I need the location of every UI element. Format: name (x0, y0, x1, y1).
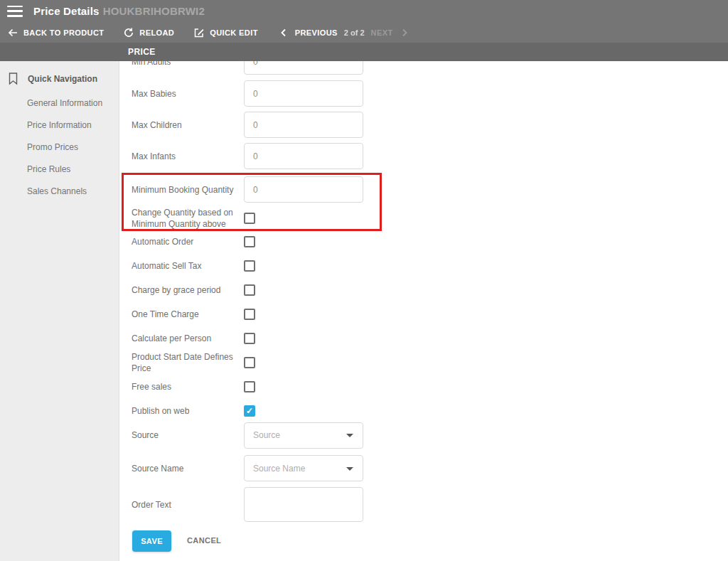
reload-icon (123, 27, 134, 38)
arrow-left-icon (7, 27, 18, 38)
publish-on-web-label: Publish on web (132, 405, 238, 417)
back-to-product-label: BACK TO PRODUCT (23, 28, 104, 37)
field-row-change-quantity: Change Quantity based onMinimum Quantity… (119, 205, 518, 232)
app-window: Price DetailsHOUKBRIHOBRWI2 BACK TO PROD… (0, 0, 728, 561)
automatic-sell-tax-checkbox[interactable] (244, 260, 255, 272)
previous-button[interactable]: PREVIOUS (295, 28, 338, 37)
automatic-order-checkbox[interactable] (244, 236, 255, 247)
caret-down-icon (346, 467, 353, 471)
max-infants-input[interactable] (244, 143, 363, 169)
field-row-automatic-order: Automatic Order (119, 235, 518, 247)
publish-on-web-checkbox[interactable] (244, 405, 255, 417)
field-row-calculate-per-person: Calculate per Person (119, 332, 518, 344)
field-row-free-sales: Free sales (119, 380, 518, 392)
field-row-product-start-date-defines-price: Product Start Date Defines Price (119, 356, 518, 368)
field-row-source-name: Source Name Source Name (119, 455, 518, 481)
next-button: NEXT (371, 28, 393, 37)
quick-navigation-title: Quick Navigation (28, 74, 97, 84)
field-row-publish-on-web: Publish on web (119, 405, 518, 417)
minimum-booking-quantity-input[interactable] (244, 176, 363, 203)
calculate-per-person-checkbox[interactable] (244, 333, 255, 344)
source-dropdown[interactable]: Source (244, 422, 363, 449)
chevron-left-icon[interactable] (279, 28, 289, 38)
field-row-max-infants: Max Infants (119, 143, 518, 169)
sidebar-item-promo-prices[interactable]: Promo Prices (0, 136, 119, 158)
automatic-sell-tax-label: Automatic Sell Tax (132, 260, 238, 272)
cancel-button[interactable]: CANCEL (187, 536, 221, 545)
field-row-order-text: Order Text (119, 487, 518, 522)
toolbar: BACK TO PRODUCT RELOAD QUICK EDIT PREVIO… (0, 22, 728, 43)
free-sales-checkbox[interactable] (244, 381, 255, 392)
tab-price[interactable]: PRICE (128, 47, 156, 57)
field-row-source: Source Source (119, 422, 518, 449)
order-text-label: Order Text (132, 499, 238, 511)
max-infants-label: Max Infants (132, 151, 238, 162)
titlebar: Price DetailsHOUKBRIHOBRWI2 (0, 0, 728, 22)
one-time-charge-checkbox[interactable] (244, 309, 255, 320)
source-name-dropdown[interactable]: Source Name (244, 455, 363, 481)
field-row-minimum-booking-quantity: Minimum Booking Quantity (119, 176, 518, 203)
max-children-label: Max Children (132, 119, 238, 131)
max-babies-label: Max Babies (132, 88, 238, 100)
calculate-per-person-label: Calculate per Person (132, 333, 238, 344)
free-sales-label: Free sales (132, 381, 238, 392)
field-row-min-adults: Min Adults (119, 61, 518, 75)
back-to-product-button[interactable]: BACK TO PRODUCT (7, 27, 104, 38)
reload-label: RELOAD (139, 28, 174, 37)
pager: PREVIOUS 2 of 2 NEXT (279, 28, 410, 38)
field-row-automatic-sell-tax: Automatic Sell Tax (119, 260, 518, 272)
one-time-charge-label: One Time Charge (132, 309, 238, 320)
edit-icon (193, 27, 205, 38)
form-actions: SAVE CANCEL (119, 530, 518, 552)
product-start-date-defines-price-checkbox[interactable] (244, 357, 255, 368)
quick-navigation-header: Quick Navigation (0, 61, 119, 85)
min-adults-label: Min Adults (132, 61, 238, 68)
source-name-dropdown-placeholder: Source Name (253, 464, 305, 474)
bookmark-icon (7, 72, 19, 85)
caret-down-icon (346, 434, 353, 437)
minimum-booking-quantity-label: Minimum Booking Quantity (132, 184, 238, 196)
quick-navigation-sidebar: Quick Navigation General Information Pri… (0, 61, 119, 561)
change-quantity-checkbox[interactable] (244, 213, 255, 224)
price-tab-bar: PRICE (0, 43, 728, 61)
field-row-one-time-charge: One Time Charge (119, 308, 518, 320)
page-title: Price DetailsHOUKBRIHOBRWI2 (33, 5, 205, 17)
field-row-charge-by-grace-period: Charge by grace period (119, 284, 518, 296)
page-title-text: Price Details (33, 5, 100, 17)
source-dropdown-placeholder: Source (253, 430, 280, 440)
sidebar-item-price-rules[interactable]: Price Rules (0, 158, 119, 180)
quick-edit-button[interactable]: QUICK EDIT (193, 27, 258, 38)
sidebar-item-sales-channels[interactable]: Sales Channels (0, 180, 119, 202)
source-name-label: Source Name (132, 463, 238, 474)
field-row-max-children: Max Children (119, 112, 518, 138)
change-quantity-label: Change Quantity based onMinimum Quantity… (132, 207, 238, 230)
max-babies-input[interactable] (244, 80, 363, 107)
sidebar-items: General Information Price Information Pr… (0, 92, 119, 202)
form-area: Min Adults Max Babies Max Children Max I… (119, 61, 728, 561)
charge-by-grace-period-checkbox[interactable] (244, 284, 255, 296)
charge-by-grace-period-label: Charge by grace period (132, 284, 238, 296)
max-children-input[interactable] (244, 112, 363, 138)
quick-edit-label: QUICK EDIT (210, 28, 258, 37)
sidebar-item-price-information[interactable]: Price Information (0, 114, 119, 136)
reload-button[interactable]: RELOAD (123, 27, 174, 38)
automatic-order-label: Automatic Order (132, 236, 238, 247)
save-button[interactable]: SAVE (132, 530, 171, 552)
chevron-right-icon (400, 28, 410, 38)
field-row-max-babies: Max Babies (119, 80, 518, 107)
source-label: Source (132, 429, 238, 441)
product-start-date-defines-price-label: Product Start Date Defines Price (132, 351, 245, 374)
product-code: HOUKBRIHOBRWI2 (103, 5, 205, 17)
menu-icon[interactable] (7, 6, 23, 17)
pagination-count: 2 of 2 (344, 28, 365, 37)
min-adults-input[interactable] (244, 61, 363, 75)
sidebar-item-general-information[interactable]: General Information (0, 92, 119, 114)
order-text-input[interactable] (244, 487, 363, 522)
